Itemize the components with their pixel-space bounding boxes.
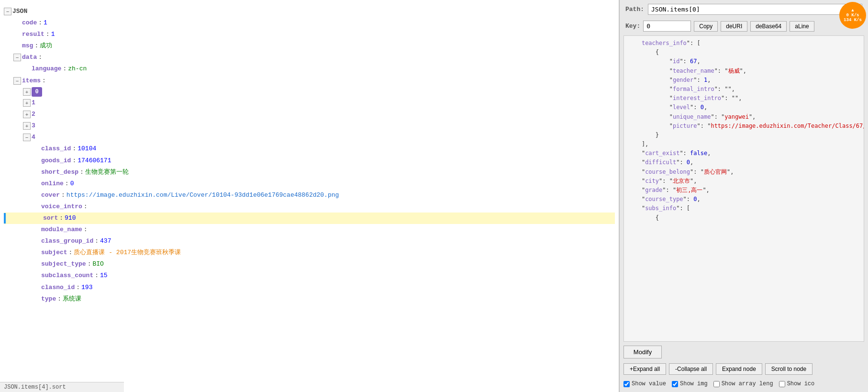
show-img-checkbox[interactable]: Show img (672, 381, 708, 387)
path-row: Path: (620, 0, 868, 19)
status-bar: JSON.items[4].sort (0, 382, 124, 392)
tree-row-0: + 0 (4, 87, 615, 97)
status-text: JSON.items[4].sort (4, 384, 66, 391)
show-array-leng-checkbox[interactable]: Show array leng (713, 381, 773, 387)
tree-row-sort: sort : 910 (4, 213, 615, 224)
tree-row: msg : 成功 (4, 40, 615, 52)
item0-toggle[interactable]: + (23, 88, 31, 96)
root-toggle[interactable]: − (4, 8, 11, 15)
left-panel: − JSON code : 1 result : 1 (0, 0, 619, 392)
collapse-all-button[interactable]: -Collapse all (669, 363, 713, 375)
tree-row: subject_type : BIO (4, 258, 615, 270)
expand-all-button[interactable]: +Expand all (623, 363, 666, 375)
tree-row: subclass_count : 15 (4, 270, 615, 281)
tree-row: − data : (4, 52, 615, 63)
tree-root: − JSON (4, 6, 615, 17)
item1-toggle[interactable]: + (23, 99, 31, 107)
aline-button[interactable]: aLine (790, 21, 814, 32)
tree-row: module_name : (4, 224, 615, 235)
json-tree: − JSON code : 1 result : 1 (0, 4, 619, 307)
tree-row: goods_id : 174606171 (4, 155, 615, 167)
item2-toggle[interactable]: + (23, 111, 31, 118)
expand-row: +Expand all -Collapse all Expand node Sc… (620, 360, 868, 378)
right-panel: ▲ 0 K/s 134 K/s Path: Key: Copy deURI de… (619, 0, 868, 392)
key-label: Key: (625, 22, 640, 30)
tree-row: online : 0 (4, 178, 615, 190)
item3-toggle[interactable]: + (23, 122, 31, 130)
json-preview[interactable]: teachers_info": [ { "id": 67, "teacher_n… (623, 35, 864, 342)
tree-row: code : 1 (4, 17, 615, 29)
tree-row: − items : (4, 75, 615, 87)
data-toggle[interactable]: − (13, 54, 21, 61)
key: code (22, 18, 37, 28)
items-toggle[interactable]: − (13, 77, 21, 85)
scroll-to-node-button[interactable]: Scroll to node (765, 363, 812, 375)
tree-row: + 3 (4, 120, 615, 132)
show-value-checkbox[interactable]: Show value (623, 381, 666, 387)
key-input[interactable] (643, 21, 691, 32)
tree-row: − 4 (4, 132, 615, 143)
tree-row: type : 系统课 (4, 293, 615, 305)
root-label: JSON (12, 6, 27, 17)
tree-row: result : 1 (4, 29, 615, 40)
copy-button[interactable]: Copy (694, 21, 718, 32)
tree-row: class_id : 10104 (4, 143, 615, 155)
debase64-button[interactable]: deBase64 (750, 21, 787, 32)
network-indicator: ▲ 0 K/s 134 K/s (839, 2, 866, 29)
tree-row: + 2 (4, 109, 615, 120)
modify-button[interactable]: Modify (623, 346, 662, 358)
tree-row: + 1 (4, 97, 615, 109)
tree-row: language : zh-cn (4, 63, 615, 75)
show-ico-checkbox[interactable]: Show ico (779, 381, 815, 387)
checkbox-row: Show value Show img Show array leng Show… (620, 378, 868, 392)
deuri-button[interactable]: deURI (721, 21, 747, 32)
path-label: Path: (625, 6, 644, 13)
path-input[interactable] (648, 4, 862, 15)
expand-node-button[interactable]: Expand node (716, 363, 762, 375)
tree-row: short_desp : 生物竞赛第一轮 (4, 167, 615, 178)
item4-toggle[interactable]: − (23, 134, 31, 141)
tree-row: subject : 质心直播课 - 2017生物竞赛班秋季课 (4, 247, 615, 258)
json-tree-panel[interactable]: − JSON code : 1 result : 1 (0, 0, 619, 392)
tree-row: voice_intro : (4, 201, 615, 213)
tree-row: cover : https://image.eduzhixin.com/Live… (4, 190, 615, 201)
value: 1 (44, 18, 47, 28)
tree-row: class_group_id : 437 (4, 235, 615, 247)
key-row: Key: Copy deURI deBase64 aLine (620, 19, 868, 34)
tree-row: clasno_id : 193 (4, 282, 615, 293)
